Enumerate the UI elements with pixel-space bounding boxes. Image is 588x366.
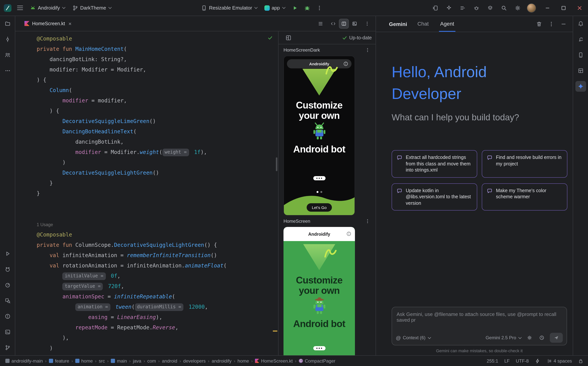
split-view-button[interactable] <box>339 19 349 29</box>
code-line[interactable]: DecorativeSquiggleLimeGreen() <box>37 116 278 126</box>
context-selector[interactable]: @ Context (6) <box>396 335 431 341</box>
code-line[interactable]: DecorativeSquiggleLightGreen() <box>37 168 278 178</box>
profiler-tool-button[interactable] <box>2 280 13 290</box>
vcs-branch-selector[interactable]: DarkTheme <box>69 3 114 12</box>
gemini-tool-button[interactable] <box>575 81 586 92</box>
preview-homescreen[interactable]: Androidify Customizeyour own <box>283 227 355 355</box>
line-separator[interactable]: LF <box>504 358 510 364</box>
code-line[interactable]: ) { <box>37 75 278 85</box>
main-menu-button[interactable] <box>15 4 26 11</box>
warning-stripe-mark[interactable] <box>273 330 277 332</box>
design-view-button[interactable] <box>350 19 359 29</box>
editor-scrollbar[interactable] <box>276 157 277 171</box>
gemini-settings-button[interactable] <box>525 334 534 342</box>
project-selector[interactable]: Androidify <box>27 3 68 12</box>
breadcrumb-item[interactable]: home <box>237 358 249 364</box>
code-line[interactable]: @Composable <box>37 230 278 240</box>
breadcrumb-item[interactable]: developers <box>183 358 206 364</box>
code-line[interactable]: initialValue = 0f, <box>37 271 278 281</box>
code-line[interactable]: dancingBotLink: String?, <box>37 54 278 65</box>
clear-chat-button[interactable] <box>534 19 544 29</box>
breadcrumb-item[interactable]: java <box>133 358 141 364</box>
pull-requests-tool-button[interactable] <box>2 50 13 60</box>
code-line[interactable]: private fun ColumnScope.DecorativeSquigg… <box>37 240 278 250</box>
code-line[interactable]: val infiniteAnimation = rememberInfinite… <box>37 250 278 260</box>
gemini-input-box[interactable]: @ Context (6) Gemini 2.5 Pro <box>392 307 567 345</box>
code-line[interactable]: animation = tween(durationMillis = 12000… <box>37 302 278 312</box>
caret-position[interactable]: 255:1 <box>487 358 498 364</box>
more-tools-button[interactable] <box>2 65 13 76</box>
breadcrumb-item[interactable]: CCompactPager <box>298 358 335 364</box>
power-mode-indicator[interactable] <box>535 358 540 364</box>
window-minimize-button[interactable] <box>542 2 553 13</box>
preview-homescreendark[interactable]: Androidify Customizeyour own <box>283 56 355 215</box>
code-line[interactable]: val rotationAnimation = infiniteAnimatio… <box>37 260 278 271</box>
gemini-menu-button[interactable] <box>546 19 557 29</box>
bug-report-button[interactable] <box>471 2 482 13</box>
debug-button[interactable] <box>302 2 312 13</box>
commit-tool-button[interactable] <box>2 34 13 45</box>
code-line[interactable]: private fun MainHomeContent( <box>37 44 278 54</box>
gradle-tool-button[interactable] <box>575 34 586 45</box>
suggestion-card-extract-strings[interactable]: Extract all hardcoded strings from this … <box>392 150 477 177</box>
code-line[interactable]: easing = LinearEasing), <box>37 312 278 322</box>
breadcrumb-item[interactable]: HomeScreen.kt <box>255 358 293 364</box>
run-button[interactable] <box>290 2 300 13</box>
task-list-button[interactable] <box>457 2 468 13</box>
suggestion-card-theme-warmer[interactable]: Make my Theme's color scheme warmer <box>482 183 567 211</box>
more-run-actions-button[interactable] <box>314 2 325 13</box>
code-editor[interactable]: @Composableprivate fun MainHomeContent( … <box>15 31 278 355</box>
code-line[interactable]: DancingBotHeadlineText( <box>37 126 278 137</box>
run-tool-button[interactable] <box>2 248 13 259</box>
version-control-tool-button[interactable] <box>2 342 13 353</box>
editor-more-button[interactable] <box>362 18 373 29</box>
code-line[interactable]: modifier = Modifier.weight(weight = 1f), <box>37 147 278 157</box>
profile-avatar[interactable] <box>526 2 537 13</box>
tab-close-icon[interactable]: × <box>69 21 71 26</box>
breadcrumb-item[interactable]: feature <box>49 358 69 364</box>
layout-inspector-tool-button[interactable] <box>575 65 586 76</box>
breadcrumb-item[interactable]: home <box>75 358 93 364</box>
code-line[interactable]: 1 Usage <box>37 219 278 230</box>
code-line[interactable]: targetValue = 720f, <box>37 281 278 291</box>
tab-agent[interactable]: Agent <box>439 16 455 32</box>
breadcrumb-item[interactable]: androidify-main <box>5 358 43 364</box>
code-line[interactable]: dancingBotLink, <box>37 137 278 147</box>
file-encoding[interactable]: UTF-8 <box>516 358 529 364</box>
settings-button[interactable] <box>512 2 523 13</box>
preview-layout-button[interactable] <box>283 32 294 43</box>
problems-tool-button[interactable] <box>2 311 13 322</box>
history-button[interactable] <box>538 334 546 342</box>
breadcrumb-item[interactable]: main <box>111 358 127 364</box>
code-line[interactable]: } <box>37 178 278 188</box>
search-everywhere-button[interactable] <box>499 2 509 13</box>
tab-chat[interactable]: Chat <box>416 16 430 32</box>
code-line[interactable]: @Composable <box>37 34 278 44</box>
window-close-button[interactable] <box>574 2 585 13</box>
code-line[interactable]: Column( <box>37 85 278 96</box>
device-streaming-button[interactable] <box>430 2 441 13</box>
readonly-toggle[interactable] <box>578 358 583 364</box>
code-line[interactable]: ) { <box>37 106 278 116</box>
inspections-passed-icon[interactable] <box>267 35 273 42</box>
app-inspection-tool-button[interactable] <box>2 295 13 306</box>
terminal-tool-button[interactable] <box>2 327 13 337</box>
suggestion-card-update-kotlin[interactable]: Update kotlin in @libs.version.toml to t… <box>392 183 477 211</box>
indent-setting[interactable]: 4 spaces <box>546 358 572 364</box>
lets-go-button[interactable]: Let's Go <box>306 203 332 212</box>
code-line[interactable]: } <box>37 188 278 199</box>
breadcrumb-item[interactable]: com <box>147 358 156 364</box>
breadcrumb-item[interactable]: android <box>162 358 177 364</box>
layers-button[interactable] <box>485 2 496 13</box>
code-line[interactable]: ) <box>37 157 278 168</box>
code-line[interactable]: ) <box>37 343 278 353</box>
project-tool-button[interactable] <box>2 18 13 29</box>
window-maximize-button[interactable] <box>558 2 569 13</box>
code-view-button[interactable] <box>328 19 338 29</box>
preview-menu-button[interactable] <box>363 46 372 54</box>
code-line[interactable]: repeatMode = RepeatMode.Reverse, <box>37 322 278 333</box>
gemini-assist-button[interactable] <box>443 2 454 13</box>
breadcrumb-item[interactable]: src <box>99 358 105 364</box>
code-line[interactable] <box>37 199 278 209</box>
model-selector[interactable]: Gemini 2.5 Pro <box>486 335 521 340</box>
